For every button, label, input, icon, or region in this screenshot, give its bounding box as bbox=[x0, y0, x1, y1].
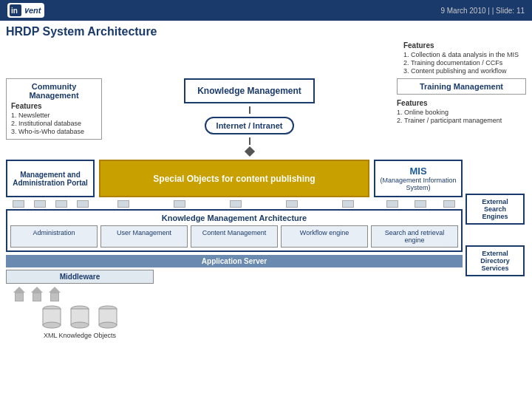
connector-3 bbox=[55, 200, 67, 208]
mis-box: MIS (Management Information System) bbox=[374, 160, 463, 197]
up-arrow-3 bbox=[49, 287, 61, 301]
mis-title: MIS bbox=[409, 166, 426, 177]
km-component-user: User Management bbox=[100, 225, 188, 248]
external-directory-services-box: External Directory Services bbox=[466, 245, 525, 276]
community-title: Community Management bbox=[11, 82, 97, 100]
bottom-left: Middleware bbox=[6, 270, 154, 339]
app-server-bar: Application Server bbox=[6, 255, 463, 267]
training-features-label: Features bbox=[397, 99, 526, 107]
right-feature-1: Collection & data analysis in the MIS bbox=[411, 51, 519, 58]
km-components: Administration User Management Content M… bbox=[10, 225, 458, 248]
arrow-head-3 bbox=[49, 287, 61, 293]
up-arrow-2 bbox=[31, 287, 43, 301]
svg-point-5 bbox=[43, 322, 61, 328]
middle-row: Management and Administration Portal Spe… bbox=[6, 160, 463, 197]
full-layout: Management and Administration Portal Spe… bbox=[6, 160, 526, 339]
right-side-boxes: External Search Engines External Directo… bbox=[466, 160, 526, 339]
m-connector-3 bbox=[443, 200, 455, 208]
right-feature-3: Content publishing and workflow bbox=[411, 67, 519, 75]
community-management-box: Community Management Features Newsletter… bbox=[6, 78, 102, 140]
km-arch-title: Knowledge Management Architecture bbox=[10, 214, 458, 222]
km-component-content: Content Management bbox=[191, 225, 278, 248]
xml-knowledge-objects: XML Knowledge Objects bbox=[6, 304, 154, 339]
up-arrows-row bbox=[6, 287, 154, 301]
arrow-body-2 bbox=[33, 293, 41, 301]
s-connector-3 bbox=[230, 200, 242, 208]
svg-point-8 bbox=[71, 322, 89, 328]
km-component-search: Search and retrieval engine bbox=[371, 225, 458, 248]
page-title: HRDP System Architecture bbox=[6, 25, 526, 38]
s-connector-2 bbox=[174, 200, 185, 208]
s-connector-5 bbox=[342, 200, 354, 208]
community-feature-3: Who-is-Who database bbox=[18, 128, 97, 135]
header: in ∨ent 9 March 2010 | | Slide: 11 bbox=[0, 0, 532, 21]
arrow-head-2 bbox=[31, 287, 43, 293]
knowledge-management-box: Knowledge Management bbox=[184, 78, 315, 103]
mis-connectors bbox=[379, 200, 463, 208]
connector-2 bbox=[34, 200, 46, 208]
training-feature-1: Online booking bbox=[404, 109, 526, 116]
training-management-box: Training Management bbox=[397, 78, 526, 95]
training-area: Training Management Features Online book… bbox=[397, 78, 526, 125]
km-component-admin: Administration bbox=[10, 225, 98, 248]
header-logo: in ∨ent bbox=[7, 3, 44, 18]
special-objects-box: Special Objects for content publishing bbox=[99, 160, 369, 197]
km-architecture-box: Knowledge Management Architecture Admini… bbox=[6, 209, 463, 252]
s-connector-1 bbox=[117, 200, 129, 208]
external-search-engines-box: External Search Engines bbox=[466, 194, 525, 225]
arrow-head-1 bbox=[13, 287, 25, 293]
portal-connectors bbox=[9, 200, 92, 208]
xml-label: XML Knowledge Objects bbox=[44, 332, 116, 339]
internet-intranet-box: Internet / Intranet bbox=[205, 117, 295, 134]
main-content: HRDP System Architecture Features Collec… bbox=[0, 21, 532, 344]
arrow-body-3 bbox=[50, 293, 59, 301]
right-features-list: Collection & data analysis in the MIS Tr… bbox=[403, 51, 519, 75]
svg-point-11 bbox=[99, 322, 117, 328]
diamond-connector bbox=[244, 146, 254, 157]
m-connector-1 bbox=[386, 200, 398, 208]
mis-subtitle: (Management Information System) bbox=[380, 177, 457, 191]
cylinder-2 bbox=[69, 304, 90, 330]
cylinder-1 bbox=[41, 304, 62, 330]
left-content: Management and Administration Portal Spe… bbox=[6, 160, 463, 339]
connector-line-bottom bbox=[249, 137, 250, 145]
community-feature-1: Newsletter bbox=[18, 112, 97, 119]
s-connector-4 bbox=[286, 200, 298, 208]
right-feature-2: Training documentation / CCFs bbox=[411, 59, 519, 66]
xml-cylinders bbox=[41, 304, 118, 330]
community-feature-2: Institutional database bbox=[18, 120, 97, 127]
map-portal-box: Management and Administration Portal bbox=[6, 160, 95, 197]
header-info: 9 March 2010 | | Slide: 11 bbox=[440, 7, 525, 15]
middleware-box: Middleware bbox=[6, 270, 154, 284]
up-arrow-1 bbox=[13, 287, 25, 301]
special-connectors bbox=[97, 200, 375, 208]
bottom-section: Middleware bbox=[6, 270, 463, 339]
logo-box: in ∨ent bbox=[7, 3, 44, 18]
svg-text:in: in bbox=[11, 7, 18, 15]
connector-line-top bbox=[249, 106, 250, 114]
training-feature-2: Trainer / participant management bbox=[404, 117, 526, 124]
connector-4 bbox=[77, 200, 89, 208]
cylinder-3 bbox=[98, 304, 118, 330]
community-features-label: Features bbox=[11, 102, 97, 110]
connector-1 bbox=[13, 200, 24, 208]
top-area: Community Management Features Newsletter… bbox=[6, 78, 526, 155]
community-features-list: Newsletter Institutional database Who-is… bbox=[11, 112, 97, 135]
training-features-list: Online booking Trainer / participant man… bbox=[397, 109, 526, 124]
arrow-body-1 bbox=[15, 293, 24, 301]
center-area: Knowledge Management Internet / Intranet bbox=[108, 78, 391, 155]
right-features-label: Features Collection & data analysis in t… bbox=[403, 41, 519, 75]
m-connector-2 bbox=[415, 200, 426, 208]
svg-text:∨ent: ∨ent bbox=[23, 6, 42, 15]
km-component-workflow: Workflow engine bbox=[281, 225, 368, 248]
